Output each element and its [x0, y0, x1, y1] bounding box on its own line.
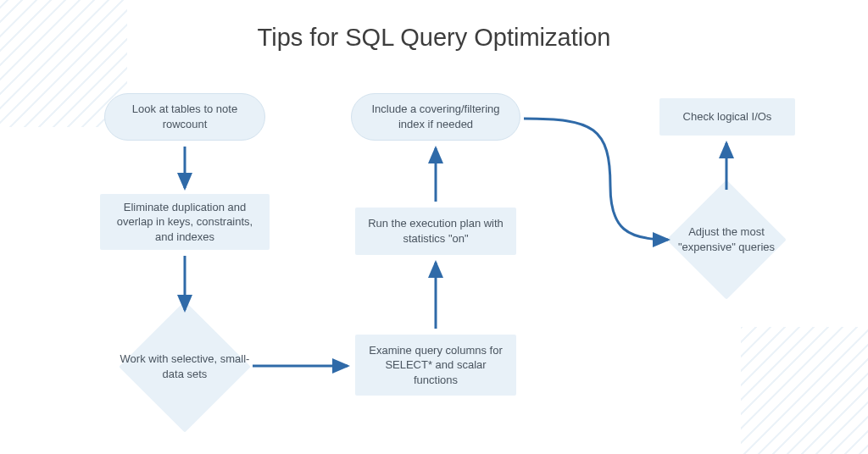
node-rowcount: Look at tables to note rowcount	[104, 93, 265, 141]
node-label: Look at tables to note rowcount	[117, 102, 253, 131]
node-check-logical-io: Check logical I/Os	[659, 98, 795, 136]
node-selective-sets: Work with selective, small-data sets	[138, 320, 231, 413]
arrow-n6-n7	[524, 119, 668, 240]
node-label: Eliminate duplication and overlap in key…	[112, 200, 258, 245]
node-label: Adjust the most "expensive" queries	[664, 224, 789, 254]
node-covering-index: Include a covering/filtering index if ne…	[351, 93, 520, 141]
bg-decor-bottom-right	[741, 327, 868, 454]
node-label: Work with selective, small-data sets	[118, 352, 252, 381]
node-run-execution-plan: Run the execution plan with statistics "…	[355, 208, 516, 255]
node-label: Include a covering/filtering index if ne…	[364, 102, 508, 131]
node-label: Check logical I/Os	[683, 109, 772, 125]
node-examine-columns: Examine query columns for SELECT* and sc…	[355, 335, 516, 396]
node-label: Examine query columns for SELECT* and sc…	[367, 343, 504, 388]
node-label: Run the execution plan with statistics "…	[367, 216, 504, 246]
node-eliminate-duplication: Eliminate duplication and overlap in key…	[100, 194, 270, 250]
node-adjust-expensive: Adjust the most "expensive" queries	[684, 197, 769, 282]
page-title: Tips for SQL Query Optimization	[0, 24, 868, 52]
